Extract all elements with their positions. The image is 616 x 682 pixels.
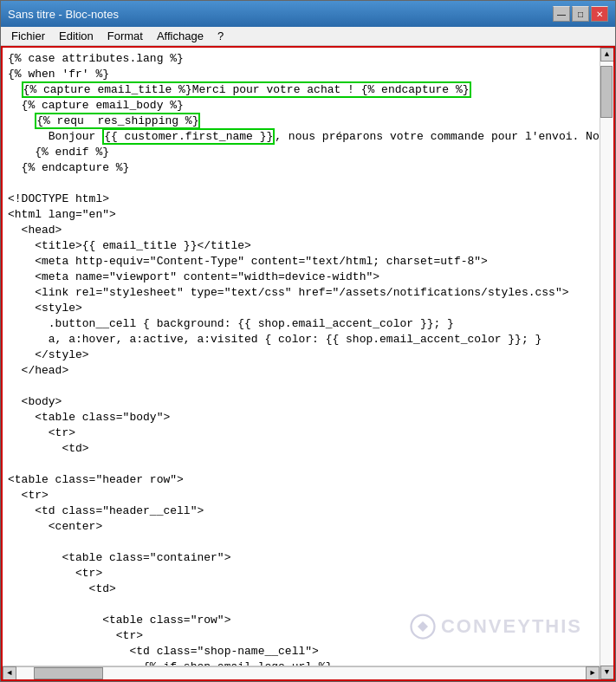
code-line: <td> xyxy=(8,441,594,457)
code-line: <body> xyxy=(8,394,594,410)
code-line: </style> xyxy=(8,347,594,363)
menu-bar: Fichier Edition Format Affichage ? xyxy=(1,27,615,46)
highlight-box-1: {% capture email_title %}Merci pour votr… xyxy=(22,81,471,98)
menu-fichier[interactable]: Fichier xyxy=(4,28,52,44)
window-title: Sans titre - Bloc-notes xyxy=(8,8,119,21)
code-line xyxy=(8,176,594,192)
v-scroll-down-button[interactable]: ▼ xyxy=(600,666,614,679)
code-line: <!DOCTYPE html> xyxy=(8,192,594,207)
code-line: <td> xyxy=(8,581,594,597)
menu-edition[interactable]: Edition xyxy=(52,28,101,44)
code-line: <td class="header__cell"> xyxy=(8,503,594,519)
code-line: <table class="container"> xyxy=(8,550,594,566)
code-line: {% requ res_shipping %} xyxy=(8,114,594,129)
menu-affichage[interactable]: Affichage xyxy=(150,28,211,44)
h-scroll-right-button[interactable]: ► xyxy=(586,666,600,680)
code-line: <head> xyxy=(8,223,594,238)
code-line: <title>{{ email_title }}</title> xyxy=(8,238,594,254)
code-line: {% when 'fr' %} xyxy=(8,67,594,82)
minimize-button[interactable]: — xyxy=(553,6,570,22)
code-line: <tr> xyxy=(8,425,594,441)
code-line: {% capture email_body %} xyxy=(8,98,594,114)
code-line: a, a:hover, a:active, a:visited { color:… xyxy=(8,332,594,347)
editor-main: {% case attributes.lang %} {% when 'fr' … xyxy=(3,48,600,679)
code-line: <table class="body"> xyxy=(8,410,594,425)
v-scroll-track[interactable] xyxy=(600,62,613,666)
h-scroll-track[interactable] xyxy=(16,666,586,679)
close-button[interactable]: ✕ xyxy=(591,6,608,22)
editor-container: {% case attributes.lang %} {% when 'fr' … xyxy=(1,46,615,681)
code-line xyxy=(8,379,594,394)
notepad-window: Sans titre - Bloc-notes — □ ✕ Fichier Ed… xyxy=(0,0,616,682)
title-bar: Sans titre - Bloc-notes — □ ✕ xyxy=(1,1,615,27)
v-scrollbar: ▲ ▼ xyxy=(600,48,613,679)
highlight-box-3: {{ customer.first_name }} xyxy=(102,128,275,145)
code-line: <table class="header row"> xyxy=(8,472,594,488)
menu-help[interactable]: ? xyxy=(211,28,230,44)
code-line: <tr> xyxy=(8,628,594,644)
code-line xyxy=(8,597,594,613)
code-line: .button__cell { background: {{ shop.emai… xyxy=(8,316,594,332)
h-scroll-left-button[interactable]: ◄ xyxy=(3,666,16,680)
highlight-box-2: {% requ res_shipping %} xyxy=(35,113,200,129)
code-line: <style> xyxy=(8,301,594,316)
code-line: {% case attributes.lang %} xyxy=(8,51,594,67)
code-line: <tr> xyxy=(8,488,594,503)
code-line: {% endif %} xyxy=(8,145,594,160)
code-line: <meta http-equiv="Content-Type" content=… xyxy=(8,254,594,270)
v-scroll-thumb[interactable] xyxy=(600,66,613,118)
code-line: <html lang="en"> xyxy=(8,207,594,223)
editor-content[interactable]: {% case attributes.lang %} {% when 'fr' … xyxy=(3,48,600,666)
code-line: <tr> xyxy=(8,566,594,581)
code-line: <td class="shop-name__cell"> xyxy=(8,644,594,659)
code-line: </head> xyxy=(8,363,594,379)
code-line: {% endcapture %} xyxy=(8,160,594,176)
code-line: {% if shop.email_logo_url %} xyxy=(8,659,594,666)
code-line: <meta name="viewport" content="width=dev… xyxy=(8,270,594,285)
code-line: Bonjour {{ customer.first_name }}, nous … xyxy=(8,129,594,145)
title-bar-buttons: — □ ✕ xyxy=(553,6,608,22)
h-scrollbar: ◄ ► xyxy=(3,666,600,679)
code-line: <table class="row"> xyxy=(8,613,594,628)
code-line xyxy=(8,457,594,472)
v-scroll-up-button[interactable]: ▲ xyxy=(600,48,614,62)
code-line: <center> xyxy=(8,519,594,535)
code-line: {% capture email_title %}Merci pour votr… xyxy=(8,82,594,98)
maximize-button[interactable]: □ xyxy=(572,6,589,22)
code-line: <link rel="stylesheet" type="text/css" h… xyxy=(8,285,594,301)
code-line xyxy=(8,535,594,550)
editor-inner: {% case attributes.lang %} {% when 'fr' … xyxy=(3,48,613,679)
h-scroll-thumb[interactable] xyxy=(34,667,103,679)
menu-format[interactable]: Format xyxy=(101,28,150,44)
